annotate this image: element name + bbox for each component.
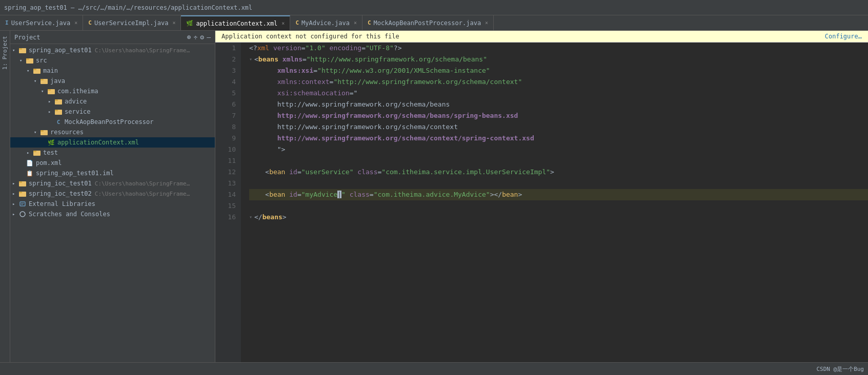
svg-rect-13 (55, 110, 58, 111)
code-line-10: "> (249, 144, 868, 155)
tree-arrow-scratches: ▸ (12, 212, 18, 217)
notification-bar: Application context not configured for t… (215, 31, 868, 43)
tree-label-src: src (36, 57, 47, 64)
tree-icon-resources (40, 128, 48, 136)
project-header-icons: ⊕ ÷ ⚙ — (187, 33, 211, 41)
tree-arrow-root: ▾ (12, 48, 18, 53)
code-line-1: <?xml version="1.0" encoding="UTF-8"?> (249, 43, 868, 54)
tree-icon-service (54, 108, 63, 116)
tree-item-main[interactable]: ▾main (10, 66, 215, 76)
code-content-7: http://www.springframework.org/schema/be… (249, 110, 518, 121)
fold-marker-16[interactable]: ▾ (249, 212, 252, 223)
tab-tab4[interactable]: CMyAdvice.java× (290, 15, 362, 30)
tree-item-test[interactable]: ▸test (10, 148, 215, 158)
tree-arrow-service: ▸ (48, 109, 54, 114)
code-content-3: xmlns:xsi="http://www.w3.org/2001/XMLSch… (249, 65, 490, 76)
tree-arrow-resources: ▾ (34, 130, 40, 135)
tree-icon-ioc2 (18, 190, 27, 198)
tree-item-ioc1[interactable]: ▸spring_ioc_test01C:\Users\haohao\Spring… (10, 178, 215, 189)
tree-icon-ioc1 (18, 179, 27, 187)
tree-item-root[interactable]: ▾spring_aop_test01C:\Users\haohao\Spring… (10, 45, 215, 55)
left-stripe-label: 1: Project (2, 36, 8, 70)
code-line-6: http://www.springframework.org/schema/be… (249, 99, 868, 110)
configure-link[interactable]: Configure… (825, 33, 862, 40)
tab-tab1[interactable]: IUserService.java× (0, 15, 83, 30)
code-content-5: xsi:schemaLocation=" (249, 88, 357, 99)
fold-marker-2[interactable]: ▾ (249, 54, 252, 65)
code-content[interactable]: <?xml version="1.0" encoding="UTF-8"?>▾<… (241, 43, 868, 362)
tree-label-test: test (43, 149, 58, 156)
tree-item-extlib[interactable]: ▸External Libraries (10, 199, 215, 209)
svg-rect-22 (20, 202, 25, 206)
svg-rect-5 (33, 69, 36, 70)
tree-arrow-ioc2: ▸ (12, 191, 18, 196)
tree-item-advice[interactable]: ▸advice (10, 96, 215, 107)
tree-icon-extlib (18, 200, 27, 208)
title-bar-text: spring_aop_test01 – …/src/…/main/…/resou… (4, 4, 252, 11)
line-num-16: 16 (215, 212, 241, 223)
add-icon[interactable]: ⊕ (187, 33, 191, 41)
tab-label-tab2: UserServiceImpl.java (94, 19, 169, 27)
tab-close-tab4[interactable]: × (354, 20, 357, 26)
tab-label-tab5: MockAopBeanPostProcessor.java (374, 19, 481, 27)
bottom-bar-text: CSDN @是一个Bug (816, 365, 864, 373)
minimize-icon[interactable]: — (207, 33, 211, 41)
tree-arrow-test: ▸ (27, 150, 33, 155)
tree-item-resources[interactable]: ▾resources (10, 127, 215, 137)
tab-tab2[interactable]: CUserServiceImpl.java× (83, 15, 181, 30)
tab-close-tab2[interactable]: × (172, 20, 175, 26)
tab-label-tab3: applicationContext.xml (196, 20, 277, 27)
tree-item-iml[interactable]: 📋spring_aop_test01.iml (10, 168, 215, 178)
line-num-7: 7 (215, 110, 241, 121)
tab-icon-tab3: 🌿 (186, 20, 193, 27)
tree-item-java[interactable]: ▾java (10, 76, 215, 86)
code-content-15 (249, 200, 253, 212)
split-icon[interactable]: ÷ (194, 33, 198, 41)
tab-close-tab5[interactable]: × (485, 20, 488, 26)
svg-rect-3 (26, 58, 29, 60)
tree-item-src[interactable]: ▾src (10, 55, 215, 66)
tree-icon-test (33, 149, 41, 157)
code-content-8: http://www.springframework.org/schema/co… (249, 121, 458, 133)
tab-icon-tab1: I (5, 19, 9, 26)
tree-icon-pom: 📄 (26, 159, 34, 167)
tree-item-MockAop[interactable]: CMockAopBeanPostProcessor (10, 117, 215, 127)
tree-item-ioc2[interactable]: ▸spring_ioc_test02C:\Users\haohao\Spring… (10, 189, 215, 199)
tree-item-appCtx[interactable]: 🌿applicationContext.xml (10, 137, 215, 148)
code-line-15 (249, 200, 868, 212)
tree-label-resources: resources (50, 129, 84, 136)
tree-label-root: spring_aop_test01 (29, 47, 92, 54)
tab-icon-tab5: C (368, 19, 371, 26)
code-line-12: <bean id="userService" class="com.itheim… (249, 166, 868, 178)
line-num-5: 5 (215, 88, 241, 99)
line-num-8: 8 (215, 121, 241, 133)
svg-rect-15 (41, 130, 44, 132)
tree-label-advice: advice (65, 98, 87, 105)
tree-icon-appCtx: 🌿 (47, 138, 55, 147)
code-content-6: http://www.springframework.org/schema/be… (249, 99, 450, 110)
tree-item-service[interactable]: ▸service (10, 107, 215, 117)
tree-label-ioc2: spring_ioc_test02 (29, 190, 92, 197)
editor-area: Application context not configured for t… (215, 31, 868, 362)
code-content-10: "> (249, 144, 285, 155)
tree-arrow-extlib: ▸ (12, 201, 18, 206)
tab-icon-tab2: C (88, 19, 92, 26)
tree-item-com.itheima[interactable]: ▾com.itheima (10, 86, 215, 96)
tree-arrow-main: ▾ (27, 68, 33, 73)
tree-arrow-java: ▾ (34, 78, 40, 84)
code-container[interactable]: 12345678910111213141516 <?xml version="1… (215, 43, 868, 362)
tree-item-pom[interactable]: 📄pom.xml (10, 158, 215, 168)
tab-tab5[interactable]: CMockAopBeanPostProcessor.java× (362, 15, 494, 30)
tree-icon-MockAop: C (54, 118, 63, 126)
notification-message: Application context not configured for t… (221, 33, 399, 40)
tree-item-scratches[interactable]: ▸Scratches and Consoles (10, 209, 215, 219)
line-num-11: 11 (215, 155, 241, 166)
tree-icon-advice (54, 97, 63, 106)
code-content-2: <beans xmlns="http://www.springframework… (254, 54, 487, 65)
tab-close-tab3[interactable]: × (281, 20, 285, 26)
tab-close-tab1[interactable]: × (74, 20, 77, 26)
tree-path-ioc2: C:\Users\haohao\SpringFrame… (95, 191, 190, 197)
code-line-9: http://www.springframework.org/schema/co… (249, 133, 868, 144)
tab-tab3[interactable]: 🌿applicationContext.xml× (181, 15, 290, 30)
settings-icon[interactable]: ⚙ (200, 33, 204, 41)
